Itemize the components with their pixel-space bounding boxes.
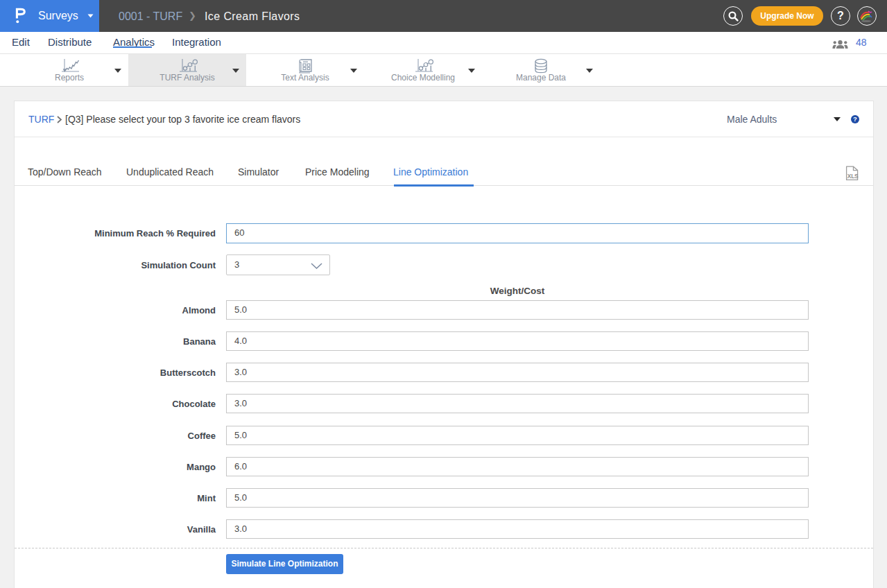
- svg-text:XLS: XLS: [847, 173, 859, 180]
